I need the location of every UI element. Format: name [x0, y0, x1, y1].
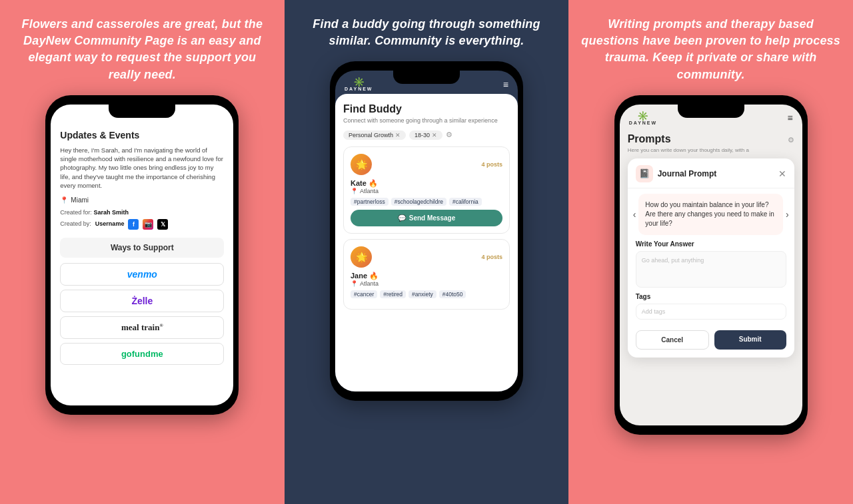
- created-for-value: Sarah Smith: [93, 209, 129, 216]
- hashtag: #cancer: [351, 290, 377, 298]
- buddy-name-kate: Kate 🔥: [351, 179, 502, 188]
- buddy-avatar-jane: 🌟: [351, 246, 372, 268]
- ways-to-support-box: Ways to Support: [60, 238, 224, 258]
- tag-personal-growth[interactable]: Personal Growth ✕: [343, 130, 406, 140]
- journal-prompt-modal: 📓 Journal Prompt ✕ ‹ How do you maintain…: [628, 158, 794, 358]
- hashtag: #retired: [380, 290, 406, 298]
- right-daynew-logo: ✳️ DAYNEW: [629, 111, 657, 125]
- left-column: Flowers and casseroles are great, but th…: [0, 0, 285, 504]
- social-icons-row: f 📷 𝕏: [128, 219, 168, 230]
- venmo-item[interactable]: venmo: [60, 263, 224, 286]
- answer-section: Write Your Answer Go ahead, put anything: [628, 240, 794, 293]
- hashtag: #schoolagedchildre: [391, 198, 446, 206]
- twitter-x-icon[interactable]: 𝕏: [157, 219, 168, 230]
- mealtrain-logo: meal train®: [121, 322, 163, 332]
- right-phone: ✳️ DAYNEW ≡ Prompts ⚙ Here you can write…: [614, 95, 808, 435]
- modal-buttons-row: Cancel Submit: [628, 325, 794, 358]
- tag-remove-icon[interactable]: ✕: [432, 132, 437, 138]
- left-phone-notch: [109, 105, 175, 118]
- right-logo-text: DAYNEW: [629, 121, 657, 125]
- gofundme-item[interactable]: gofundme: [60, 343, 224, 365]
- right-phone-notch: [678, 105, 744, 118]
- buddy-card-header: 🌟 4 posts: [351, 246, 502, 268]
- next-question-arrow[interactable]: ›: [786, 209, 789, 220]
- mealtrain-item[interactable]: meal train®: [60, 316, 224, 339]
- daynew-logo: ✳️ DAYNEW: [345, 77, 373, 91]
- journal-modal-header: 📓 Journal Prompt ✕: [628, 158, 794, 188]
- prev-question-arrow[interactable]: ‹: [633, 209, 636, 220]
- find-buddy-subtitle: Connect with someone going through a sim…: [343, 117, 510, 124]
- close-modal-button[interactable]: ✕: [778, 168, 786, 179]
- answer-placeholder: Go ahead, put anything: [642, 257, 704, 264]
- right-phone-screen: ✳️ DAYNEW ≡ Prompts ⚙ Here you can write…: [620, 105, 802, 425]
- location-text: Miami: [71, 196, 89, 204]
- buddy-card-header: 🌟 4 posts: [351, 154, 502, 175]
- send-message-button-kate[interactable]: 💬 Send Message: [351, 210, 502, 226]
- buddy-badge-jane: 🔥: [369, 272, 379, 280]
- location-pin-icon: 📍: [351, 188, 358, 194]
- created-by-value: Username: [95, 220, 125, 227]
- left-headline: Flowers and casseroles are great, but th…: [12, 16, 273, 83]
- hashtag: #40to50: [439, 290, 466, 298]
- buddy-card-jane: 🌟 4 posts Jane 🔥 📍 Atlanta #cancer #reti…: [343, 239, 510, 310]
- hamburger-icon[interactable]: ≡: [503, 79, 508, 90]
- zelle-item[interactable]: Żelle: [60, 290, 224, 312]
- answer-textarea[interactable]: Go ahead, put anything: [636, 251, 786, 288]
- buddy-hashtags-jane: #cancer #retired #anxiety #40to50: [351, 290, 502, 298]
- find-buddy-title: Find Buddy: [343, 103, 510, 115]
- left-phone: Updates & Events Hey there, I'm Sarah, a…: [45, 95, 239, 415]
- created-for-label: Created for:: [60, 209, 92, 216]
- mid-phone-screen: ✳️ DAYNEW ≡ Find Buddy Connect with some…: [335, 71, 518, 391]
- journal-modal-title: Journal Prompt: [658, 169, 717, 178]
- created-by: Created by: Username f 📷 𝕏: [60, 218, 224, 230]
- cancel-button[interactable]: Cancel: [636, 330, 709, 350]
- mid-phone: ✳️ DAYNEW ≡ Find Buddy Connect with some…: [330, 61, 523, 401]
- tag-age-range[interactable]: 18-30 ✕: [409, 130, 442, 140]
- journal-title-row: 📓 Journal Prompt: [636, 165, 717, 182]
- created-by-label: Created by:: [60, 220, 91, 227]
- facebook-icon[interactable]: f: [128, 219, 139, 230]
- tag-remove-icon[interactable]: ✕: [395, 132, 401, 138]
- mid-content: Find Buddy Connect with someone going th…: [335, 94, 518, 391]
- journal-question-box: How do you maintain balance in your life…: [638, 194, 783, 235]
- logo-text: DAYNEW: [345, 87, 373, 91]
- tags-label: Tags: [636, 293, 786, 300]
- prompts-subtitle: Here you can write down your thoughts da…: [628, 147, 794, 153]
- submit-button[interactable]: Submit: [714, 330, 786, 350]
- right-sun-icon: ✳️: [637, 111, 648, 121]
- answer-label: Write Your Answer: [636, 240, 786, 248]
- question-carousel: ‹ How do you maintain balance in your li…: [628, 188, 794, 240]
- filter-tags-row: Personal Growth ✕ 18-30 ✕ ⚙: [343, 130, 510, 140]
- instagram-icon[interactable]: 📷: [143, 219, 153, 230]
- hashtag: #partnerloss: [351, 198, 389, 206]
- prompts-filter-icon[interactable]: ⚙: [788, 136, 794, 144]
- right-headline: Writing prompts and therapy based questi…: [580, 16, 841, 83]
- gofundme-logo: gofundme: [121, 349, 163, 359]
- send-message-label: Send Message: [409, 214, 455, 222]
- buddy-badge-kate: 🔥: [369, 179, 378, 187]
- buddy-card-kate: 🌟 4 posts Kate 🔥 📍 Atlanta #partnerloss …: [343, 146, 510, 234]
- buddy-hashtags-kate: #partnerloss #schoolagedchildre #califor…: [351, 198, 502, 206]
- mid-column: Find a buddy going through something sim…: [285, 0, 569, 504]
- tags-section: Tags Add tags: [628, 293, 794, 325]
- tags-placeholder: Add tags: [642, 308, 666, 315]
- buddy-name-jane: Jane 🔥: [351, 272, 502, 280]
- zelle-logo: Żelle: [131, 296, 153, 306]
- venmo-logo: venmo: [127, 269, 157, 280]
- filter-icon[interactable]: ⚙: [446, 130, 452, 140]
- left-screen-content: Updates & Events Hey there, I'm Sarah, a…: [51, 105, 233, 376]
- tags-input[interactable]: Add tags: [636, 304, 786, 320]
- right-hamburger-icon[interactable]: ≡: [788, 113, 793, 123]
- sun-icon: ✳️: [353, 77, 365, 87]
- mid-phone-notch: [393, 71, 460, 84]
- updates-events-title: Updates & Events: [60, 130, 224, 140]
- tag-label: 18-30: [415, 132, 430, 138]
- journal-icon: 📓: [639, 168, 650, 178]
- posts-count-kate: 4 posts: [481, 161, 502, 168]
- mid-headline: Find a buddy going through something sim…: [297, 16, 557, 49]
- prompts-header-row: Prompts ⚙: [628, 133, 794, 147]
- right-content: Prompts ⚙ Here you can write down your t…: [620, 128, 802, 363]
- buddy-location-kate: 📍 Atlanta: [351, 188, 502, 194]
- prompts-title: Prompts: [628, 133, 671, 145]
- created-for: Created for: Sarah Smith: [60, 209, 224, 216]
